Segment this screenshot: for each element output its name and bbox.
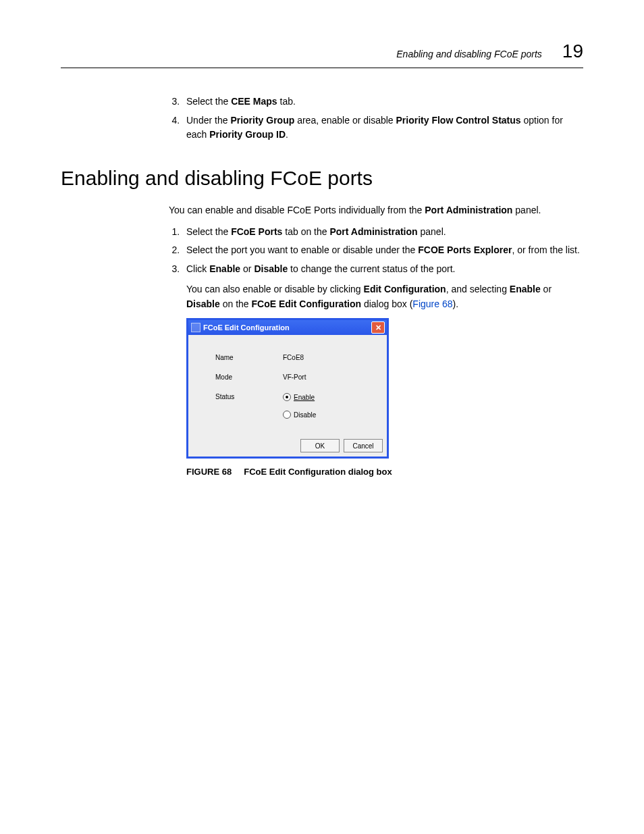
bold-text: Port Administration xyxy=(329,226,417,237)
bold-text: CEE Maps xyxy=(231,96,277,107)
text: , and selecting xyxy=(446,284,510,294)
radio-enable-label: Enable xyxy=(294,394,315,401)
bold-text: Edit Configuration xyxy=(364,284,446,294)
app-icon xyxy=(191,323,200,332)
ok-button[interactable]: OK xyxy=(300,439,340,452)
bold-text: Priority Flow Control Status xyxy=(396,115,521,126)
text: or xyxy=(541,284,552,294)
close-icon: ✕ xyxy=(375,324,381,332)
text: dialog box ( xyxy=(361,298,412,309)
text: or xyxy=(240,263,254,274)
figure-number: FIGURE 68 xyxy=(186,467,232,477)
mode-value: VF-Port xyxy=(283,373,376,381)
running-title: Enabling and disabling FCoE ports xyxy=(396,49,542,59)
row-name: Name FCoE8 xyxy=(215,354,376,361)
cancel-button[interactable]: Cancel xyxy=(344,439,383,452)
text: Click xyxy=(186,263,209,274)
text: tab. xyxy=(277,96,296,107)
text: panel. xyxy=(418,226,446,237)
bold-text: Enable xyxy=(209,263,240,274)
list-item: Select the port you want to enable or di… xyxy=(182,243,583,258)
row-status: Status Enable Disable xyxy=(215,393,376,428)
mode-label: Mode xyxy=(215,373,283,381)
content-area: Select the CEE Maps tab. Under the Prior… xyxy=(61,95,583,477)
list-item: Under the Priority Group area, enable or… xyxy=(182,113,583,142)
bold-text: FCOE Ports Explorer xyxy=(418,244,512,255)
text: , or from the list. xyxy=(512,244,580,255)
text: Select the xyxy=(186,96,231,107)
running-header: Enabling and disabling FCoE ports 19 xyxy=(396,41,583,62)
figure-title: FCoE Edit Configuration dialog box xyxy=(244,467,392,477)
list-item: Click Enable or Disable to change the cu… xyxy=(182,262,583,277)
dialog-title: FCoE Edit Configuration xyxy=(203,323,290,332)
close-button[interactable]: ✕ xyxy=(371,321,385,334)
bold-text: FCoE Edit Configuration xyxy=(252,298,362,309)
figure-link[interactable]: Figure 68 xyxy=(412,298,452,309)
header-rule xyxy=(61,68,583,68)
list-item: Select the FCoE Ports tab on the Port Ad… xyxy=(182,225,583,240)
text: area, enable or disable xyxy=(294,115,396,126)
bold-text: Priority Group xyxy=(230,115,294,126)
sub-paragraph: You can also enable or disable by clicki… xyxy=(186,282,583,311)
list-item: Select the CEE Maps tab. xyxy=(182,95,583,109)
text: . xyxy=(286,129,288,140)
figure-caption: FIGURE 68FCoE Edit Configuration dialog … xyxy=(186,467,583,477)
status-label: Status xyxy=(215,393,283,428)
title-left: FCoE Edit Configuration xyxy=(191,323,290,332)
page: Enabling and disabling FCoE ports 19 Sel… xyxy=(0,0,644,834)
text: ). xyxy=(452,298,458,309)
radio-disable-label: Disable xyxy=(294,411,316,419)
text: to change the current status of the port… xyxy=(288,263,455,274)
name-label: Name xyxy=(215,354,283,361)
section-heading: Enabling and disabling FCoE ports xyxy=(61,167,583,190)
text: You can also enable or disable by clicki… xyxy=(186,284,364,294)
row-mode: Mode VF-Port xyxy=(215,373,376,381)
text: You can enable and disable FCoE Ports in… xyxy=(169,205,425,215)
bold-text: Priority Group ID xyxy=(209,129,286,140)
status-value-group: Enable Disable xyxy=(283,393,376,428)
text: Under the xyxy=(186,115,230,126)
radio-icon xyxy=(283,411,291,419)
bold-text: Disable xyxy=(186,298,220,309)
name-value: FCoE8 xyxy=(283,354,376,361)
bold-text: FCoE Ports xyxy=(231,226,282,237)
radio-icon xyxy=(283,393,291,401)
text: Select the xyxy=(186,226,231,237)
fcoe-edit-configuration-dialog: FCoE Edit Configuration ✕ Name FCoE8 Mod… xyxy=(186,318,389,459)
dialog-titlebar: FCoE Edit Configuration ✕ xyxy=(188,320,387,335)
text: tab on the xyxy=(282,226,329,237)
bold-text: Port Administration xyxy=(425,205,512,215)
bold-text: Enable xyxy=(510,284,541,294)
dialog-button-row: OK Cancel xyxy=(188,435,387,457)
dialog-body: Name FCoE8 Mode VF-Port Status Enable xyxy=(188,335,387,435)
procedure-list-b: Select the FCoE Ports tab on the Port Ad… xyxy=(169,225,583,277)
radio-enable[interactable]: Enable xyxy=(283,393,376,401)
text: Select the port you want to enable or di… xyxy=(186,244,418,255)
procedure-list-a: Select the CEE Maps tab. Under the Prior… xyxy=(169,95,583,142)
text: panel. xyxy=(512,205,541,215)
radio-disable[interactable]: Disable xyxy=(283,411,376,419)
page-number: 19 xyxy=(562,41,583,62)
bold-text: Disable xyxy=(254,263,288,274)
text: on the xyxy=(220,298,252,309)
intro-paragraph: You can enable and disable FCoE Ports in… xyxy=(169,203,583,218)
